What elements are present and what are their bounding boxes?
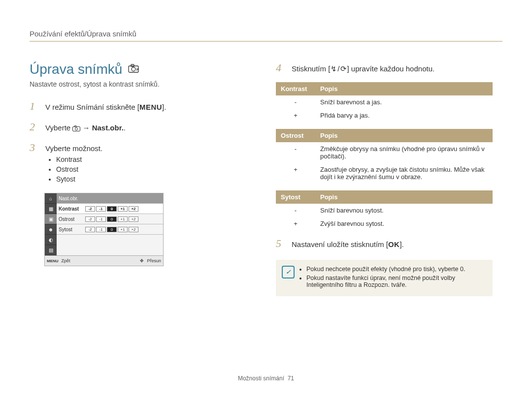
step-body: Stisknutím [↯/⟳] upravíte každou hodnotu… — [292, 64, 493, 73]
table-row: -Sníží barevnost a jas. — [276, 95, 493, 109]
page: Používání efektů/Úprava snímků Úprava sn… — [0, 0, 532, 382]
adjust-icon: ◐ — [45, 235, 57, 245]
option-ostrost: Ostrost — [56, 165, 246, 173]
section-title: Úprava snímků P — [30, 62, 246, 77]
svg-rect-4 — [73, 127, 80, 131]
ok-key: OK — [388, 240, 400, 248]
menu-key: MENU — [139, 103, 162, 111]
svg-point-2 — [132, 67, 135, 71]
step-5: 5 Nastavení uložíte stisknutím [OK]. — [276, 237, 493, 250]
step-body: V režimu Snímání stiskněte [MENU]. — [45, 103, 246, 111]
face-icon: ☻ — [45, 224, 57, 235]
step-4: 4 Stisknutím [↯/⟳] upravíte každou hodno… — [276, 62, 493, 74]
step-number: 3 — [30, 141, 40, 154]
table-row: +Zaostřuje obrysy, a zvyšuje tak čistotu… — [276, 163, 493, 184]
camera-lcd-preview: ⌂ ▦ ▣ ☻ ◐ ▤ Nast.obr. Kontrast — [44, 193, 164, 266]
svg-rect-5 — [74, 126, 76, 127]
step-2: 2 Vyberte → Nast.obr.. — [30, 121, 246, 133]
step-3: 3 Vyberte možnost. Kontrast Ostrost Syto… — [30, 141, 246, 185]
camera-p-icon: P — [128, 64, 139, 75]
step-body: Vyberte možnost. Kontrast Ostrost Sytost — [45, 144, 246, 185]
steps-right-2: 5 Nastavení uložíte stisknutím [OK]. — [276, 237, 493, 250]
lcd-row-sytost: Sytost -2-10+1+2 — [57, 224, 163, 235]
lcd-sidebar: ⌂ ▦ ▣ ☻ ◐ ▤ — [45, 193, 57, 255]
option-sytost: Sytost — [56, 175, 246, 183]
page-footer: Možnosti snímání 71 — [0, 375, 532, 382]
step-number: 5 — [276, 237, 287, 250]
info-icon: ✓ — [282, 266, 295, 278]
camera-icon — [72, 124, 80, 132]
film-icon: ▤ — [45, 245, 57, 255]
option-kontrast: Kontrast — [56, 155, 246, 163]
step-3-options: Kontrast Ostrost Sytost — [45, 155, 246, 183]
step-number: 1 — [30, 100, 40, 113]
note-item: Pokud nechcete použít efekty (vhodné pro… — [306, 266, 486, 273]
plus-icon: ▦ — [45, 204, 57, 214]
table-sytost: SytostPopis -Sníží barevnou sytost. +Zvý… — [276, 190, 493, 230]
step-1: 1 V režimu Snímání stiskněte [MENU]. — [30, 100, 246, 113]
table-row: -Změkčuje obrysy na snímku (vhodné pro ú… — [276, 142, 493, 163]
section-title-text: Úprava snímků — [30, 62, 122, 77]
svg-text:P: P — [136, 68, 139, 71]
note-box: ✓ Pokud nechcete použít efekty (vhodné p… — [276, 260, 493, 296]
move-icon: ✥ — [140, 258, 144, 263]
section-subtitle: Nastavte ostrost, sytost a kontrast sním… — [30, 80, 246, 88]
table-kontrast: KontrastPopis -Sníží barevnost a jas. +P… — [276, 82, 493, 122]
flash-icon: ↯ — [330, 64, 337, 73]
left-column: Úprava snímků P Nastavte ostrost, sytost… — [30, 62, 246, 296]
table-row: +Přidá barvy a jas. — [276, 109, 493, 122]
lcd-row-ostrost: Ostrost -2-10+1+2 — [57, 214, 163, 224]
step-body: Vyberte → Nast.obr.. — [45, 123, 246, 132]
table-row: -Sníží barevnou sytost. — [276, 204, 493, 217]
steps-right: 4 Stisknutím [↯/⟳] upravíte každou hodno… — [276, 62, 493, 74]
timer-icon: ⟳ — [340, 64, 347, 73]
picture-icon: ▣ — [45, 214, 57, 224]
header-breadcrumb: Používání efektů/Úprava snímků — [30, 30, 502, 42]
svg-rect-1 — [131, 64, 134, 66]
step-number: 4 — [276, 62, 287, 74]
table-ostrost: OstrostPopis -Změkčuje obrysy na snímku … — [276, 129, 493, 184]
menu-icon: MENU — [47, 259, 59, 263]
lcd-body: Nast.obr. Kontrast -2-10+1+2 Ostrost -2-… — [57, 193, 163, 255]
lcd-row-kontrast: Kontrast -2-10+1+2 — [57, 204, 163, 214]
content-columns: Úprava snímků P Nastavte ostrost, sytost… — [0, 62, 532, 296]
steps-left: 1 V režimu Snímání stiskněte [MENU]. 2 V… — [30, 100, 246, 185]
nastobr-label: Nast.obr. — [92, 123, 124, 132]
svg-point-6 — [75, 128, 78, 130]
home-icon: ⌂ — [45, 193, 57, 204]
right-column: 4 Stisknutím [↯/⟳] upravíte každou hodno… — [276, 62, 493, 296]
lcd-footer: MENU Zpět ✥ Přesun — [45, 255, 163, 266]
step-number: 2 — [30, 121, 40, 133]
table-row: +Zvýší barevnou sytost. — [276, 217, 493, 230]
lcd-title-row: Nast.obr. — [57, 193, 163, 204]
step-body: Nastavení uložíte stisknutím [OK]. — [292, 240, 493, 248]
note-item: Pokud nastavíte funkci úprav, není možné… — [306, 275, 486, 288]
